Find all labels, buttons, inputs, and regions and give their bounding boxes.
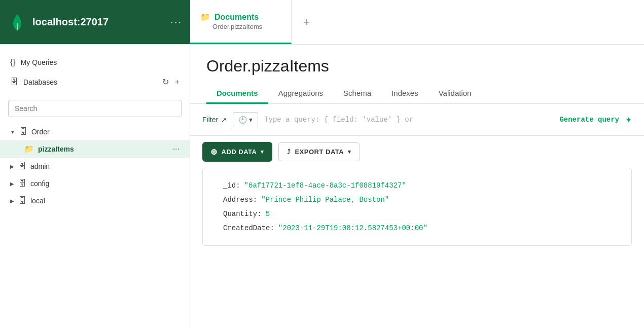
databases-label: 🗄 Databases: [10, 78, 162, 87]
field-key-address: Address:: [223, 193, 257, 207]
db-actions: ↻ +: [162, 77, 180, 87]
field-value-quantity: 5: [266, 207, 270, 221]
action-row: ⊕ ADD DATA ▾ ⤴ EXPORT DATA ▾: [190, 136, 644, 168]
document-card: _id: "6af17721-1ef8-4ace-8a3c-1f08819f43…: [202, 168, 632, 246]
field-key-id: _id:: [223, 178, 240, 193]
queries-icon: {}: [10, 58, 16, 67]
tabs-row: Documents Aggregations Schema Indexes Va…: [190, 84, 644, 104]
database-icon: 🗄: [18, 162, 26, 171]
add-data-button[interactable]: ⊕ ADD DATA ▾: [202, 142, 272, 162]
tab-schema[interactable]: Schema: [333, 84, 381, 104]
database-name: config: [30, 179, 49, 188]
chevron-right-icon: ▶: [10, 164, 14, 169]
tab-title: Documents: [214, 13, 259, 22]
clock-icon: 🕐: [238, 116, 247, 124]
sidebar-nav: {} My Queries 🗄 Databases ↻ +: [0, 45, 190, 96]
database-icon: 🗄: [19, 127, 27, 136]
tab-aggregations[interactable]: Aggregations: [268, 84, 333, 104]
refresh-button[interactable]: ↻: [162, 77, 169, 87]
tab-folder-icon: 📁: [200, 12, 210, 22]
field-value-createddate: "2023-11-29T19:08:12.5827453+00:00": [278, 221, 427, 235]
mongo-logo: [8, 13, 26, 31]
sidebar-item-label: My Queries: [21, 58, 57, 66]
table-row: Address: "Prince Philip Palace, Boston": [223, 193, 611, 207]
tab-indexes[interactable]: Indexes: [381, 84, 428, 104]
sidebar-item-databases[interactable]: 🗄 Databases ↻ +: [0, 72, 190, 92]
tab-area: 📁 Documents Order.pizzaItems +: [190, 0, 644, 44]
collection-name: pizzaItems: [38, 145, 169, 153]
table-row: _id: "6af17721-1ef8-4ace-8a3c-1f08819f43…: [223, 178, 611, 193]
add-data-dropdown-icon: ▾: [261, 149, 264, 155]
server-name: localhost:27017: [32, 16, 164, 28]
add-data-label: ADD DATA: [222, 148, 257, 156]
database-icon: 🗄: [18, 179, 26, 188]
field-value-id: "6af17721-1ef8-4ace-8a3c-1f08819f4327": [244, 178, 406, 193]
database-name: local: [30, 197, 45, 205]
export-dropdown-icon: ▾: [348, 149, 351, 155]
chevron-down-icon: ▼: [10, 129, 15, 135]
tab-validation[interactable]: Validation: [428, 84, 482, 104]
sidebar-header: localhost:27017 ···: [0, 0, 190, 44]
collection-menu-button[interactable]: ···: [173, 144, 180, 154]
collection-folder-icon: 📁: [24, 144, 34, 154]
add-data-icon: ⊕: [210, 147, 218, 157]
database-item-admin[interactable]: ▶ 🗄 admin: [0, 158, 190, 175]
history-button[interactable]: 🕐 ▾: [233, 112, 258, 127]
database-tree: ▼ 🗄 Order 📁 pizzaItems ··· ▶ 🗄 admin ▶ 🗄…: [0, 121, 190, 211]
tab-documents[interactable]: Documents: [206, 84, 268, 104]
database-item-local[interactable]: ▶ 🗄 local: [0, 192, 190, 209]
filter-row: Filter ↗ 🕐 ▾ Type a query: { field: 'val…: [190, 104, 644, 136]
database-icon: 🗄: [18, 196, 26, 205]
add-tab-button[interactable]: +: [292, 0, 322, 44]
ai-icon: ✦: [625, 115, 632, 125]
sidebar-item-my-queries[interactable]: {} My Queries: [0, 53, 190, 72]
collection-title: Order.pizzaItems: [190, 45, 644, 84]
databases-icon: 🗄: [10, 78, 18, 87]
external-link-icon: ↗: [221, 116, 227, 124]
main-content: Order.pizzaItems Documents Aggregations …: [190, 45, 644, 329]
add-database-button[interactable]: +: [175, 77, 180, 87]
field-key-createddate: CreatedDate:: [223, 221, 274, 235]
export-label: EXPORT DATA: [295, 148, 344, 156]
database-name: Order: [31, 128, 50, 136]
query-placeholder: Type a query: { field: 'value' } or: [264, 116, 553, 124]
collection-item-pizzaitems[interactable]: 📁 pizzaItems ···: [0, 140, 190, 158]
tab-subtitle: Order.pizzaItems: [212, 23, 281, 30]
table-row: Quantity: 5: [223, 207, 611, 221]
filter-label: Filter: [202, 116, 218, 124]
sidebar: {} My Queries 🗄 Databases ↻ + ▼ 🗄 Orde: [0, 45, 190, 329]
more-button[interactable]: ···: [170, 16, 182, 28]
export-data-button[interactable]: ⤴ EXPORT DATA ▾: [278, 142, 360, 161]
field-key-quantity: Quantity:: [223, 207, 262, 221]
search-input[interactable]: [8, 100, 182, 117]
database-name: admin: [30, 162, 50, 170]
filter-button[interactable]: Filter ↗: [202, 116, 227, 124]
chevron-right-icon: ▶: [10, 181, 14, 187]
dropdown-arrow-icon: ▾: [249, 116, 253, 124]
active-tab[interactable]: 📁 Documents Order.pizzaItems: [190, 0, 292, 44]
database-item-order[interactable]: ▼ 🗄 Order: [0, 123, 190, 140]
export-icon: ⤴: [287, 148, 291, 156]
generate-query-link[interactable]: Generate query: [559, 116, 619, 124]
chevron-right-icon: ▶: [10, 198, 14, 204]
table-row: CreatedDate: "2023-11-29T19:08:12.582745…: [223, 221, 611, 235]
database-item-config[interactable]: ▶ 🗄 config: [0, 175, 190, 192]
field-value-address: "Prince Philip Palace, Boston": [261, 193, 389, 207]
